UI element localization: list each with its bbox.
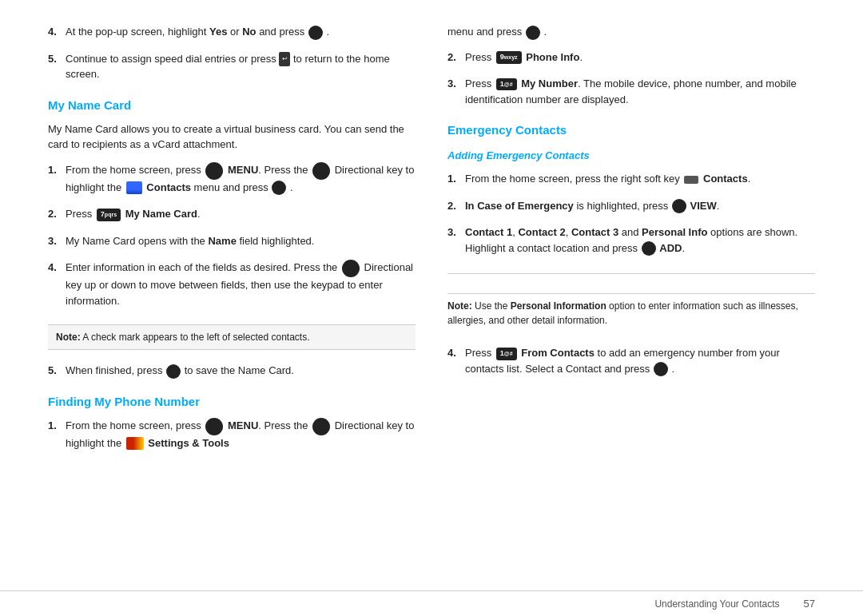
step-num: 5. — [48, 363, 61, 379]
my-number-label: My Number — [521, 77, 578, 89]
settings-label: Settings & Tools — [148, 437, 229, 449]
personal-info-note-label: Personal Information — [511, 300, 606, 312]
step-content: At the pop-up screen, highlight Yes or N… — [66, 24, 416, 40]
step-num: 1. — [447, 171, 460, 187]
step-content: Contact 1, Contact 2, Contact 3 and Pers… — [465, 225, 815, 256]
right-column: menu and press . 2. Press 9wxyz Phone In… — [447, 24, 815, 592]
soft-key-icon — [684, 176, 698, 184]
from-contacts-label: From Contacts — [521, 347, 595, 359]
step-num: 2. — [48, 206, 61, 222]
ok-button-icon — [642, 241, 656, 256]
add-label: ADD — [659, 242, 682, 254]
menu-press-text: menu and press . — [447, 24, 815, 40]
step-num: 4. — [48, 260, 61, 308]
settings-icon — [126, 437, 144, 450]
contact2-label: Contact 2 — [518, 226, 565, 238]
adding-emergency-title: Adding Emergency Contacts — [447, 149, 815, 161]
contact1-label: Contact 1 — [465, 226, 512, 238]
in-case-label: In Case of Emergency — [465, 200, 574, 212]
ok-button-icon — [654, 362, 668, 376]
step-num: 3. — [447, 76, 460, 107]
my-name-card-title: My Name Card — [48, 98, 416, 112]
note-label: Note: — [447, 300, 472, 312]
menu-button-icon — [205, 162, 223, 180]
key-9wxyz: 9wxyz — [496, 51, 522, 64]
page-content: 4. At the pop-up screen, highlight Yes o… — [0, 0, 863, 616]
step-1-mnc: 1. From the home screen, press MENU. Pre… — [48, 162, 416, 196]
step-1-find: 1. From the home screen, press MENU. Pre… — [48, 418, 416, 451]
key-7pqrs: 7pqrs — [97, 209, 121, 221]
step-5-mnc: 5. When finished, press to save the Name… — [48, 363, 416, 379]
menu-label: MENU — [228, 164, 258, 176]
step-content: Press 1@# My Number. The mobile device, … — [465, 76, 815, 107]
key-1at: 1@# — [496, 78, 517, 91]
my-name-card-desc: My Name Card allows you to create a virt… — [48, 121, 416, 153]
personal-info-label: Personal Info — [642, 226, 707, 238]
step-2-mnc: 2. Press 7pqrs My Name Card. — [48, 206, 416, 222]
view-label: VIEW — [690, 200, 717, 212]
ok-button-icon — [166, 364, 181, 379]
ok-button-icon — [526, 26, 540, 40]
dir-button-icon — [342, 260, 360, 277]
emergency-contacts-title: Emergency Contacts — [447, 123, 815, 137]
ok-button-icon — [308, 26, 323, 40]
note-box-ec: Note: Use the Personal Information optio… — [447, 293, 815, 332]
step-3-ec: 3. Contact 1, Contact 2, Contact 3 and P… — [447, 225, 815, 256]
step-3-find: 3. Press 1@# My Number. The mobile devic… — [447, 76, 815, 107]
step-num: 4. — [48, 24, 61, 40]
step-4-ec: 4. Press 1@# From Contacts to add an eme… — [447, 345, 815, 376]
step-num: 4. — [447, 345, 460, 376]
menu-label: MENU — [228, 419, 258, 431]
note-label: Note: — [56, 332, 81, 343]
ok-button-icon — [272, 181, 286, 195]
footer-page: 57 — [804, 598, 815, 610]
dir-button-icon — [312, 162, 330, 180]
step-num: 3. — [48, 233, 61, 249]
step-num: 1. — [48, 418, 61, 451]
step-content: From the home screen, press MENU. Press … — [66, 162, 416, 196]
ok-button-icon — [672, 199, 686, 213]
step-num: 2. — [447, 50, 460, 66]
contacts-label: Contacts — [703, 173, 748, 185]
menu-button-icon — [205, 418, 223, 435]
phone-info-label: Phone Info — [526, 51, 579, 63]
step-num: 5. — [48, 51, 61, 82]
step-content: From the home screen, press MENU. Press … — [66, 418, 416, 451]
step-5-pre: 5. Continue to assign speed dial entries… — [48, 51, 416, 82]
step-4-pre: 4. At the pop-up screen, highlight Yes o… — [48, 24, 416, 40]
bold-no: No — [242, 26, 256, 38]
step-content: When finished, press to save the Name Ca… — [66, 363, 416, 379]
step-num: 1. — [48, 162, 61, 196]
step-4-mnc: 4. Enter information in each of the fiel… — [48, 260, 416, 308]
step-content: In Case of Emergency is highlighted, pre… — [465, 198, 815, 214]
step-3-mnc: 3. My Name Card opens with the Name fiel… — [48, 233, 416, 249]
bold-yes: Yes — [209, 26, 227, 38]
step-num: 3. — [447, 225, 460, 256]
footer-text: Understanding Your Contacts — [654, 598, 779, 610]
step-2-find: 2. Press 9wxyz Phone Info. — [447, 50, 815, 66]
contacts-icon — [126, 181, 142, 194]
name-label: Name — [208, 235, 236, 247]
key-1at-ec: 1@# — [496, 348, 517, 360]
step-2-ec: 2. In Case of Emergency is highlighted, … — [447, 198, 815, 214]
step-content: Continue to assign speed dial entries or… — [66, 51, 416, 82]
footer: Understanding Your Contacts 57 — [0, 590, 863, 616]
step-content: Press 7pqrs My Name Card. — [66, 206, 416, 222]
step-content: My Name Card opens with the Name field h… — [66, 233, 416, 249]
contacts-label: Contacts — [146, 181, 191, 193]
dir-button-icon — [312, 418, 330, 435]
step-num: 2. — [447, 198, 460, 214]
my-name-card-label: My Name Card — [125, 208, 197, 220]
step-content: Press 9wxyz Phone Info. — [465, 50, 815, 66]
step-content: Press 1@# From Contacts to add an emerge… — [465, 345, 815, 376]
note-box-mnc: Note: A check mark appears to the left o… — [48, 324, 416, 350]
key-icon: ↩ — [279, 52, 290, 66]
step-content: From the home screen, press the right so… — [465, 171, 815, 187]
step-1-ec: 1. From the home screen, press the right… — [447, 171, 815, 187]
contact3-label: Contact 3 — [571, 226, 618, 238]
finding-title: Finding My Phone Number — [48, 395, 416, 408]
left-column: 4. At the pop-up screen, highlight Yes o… — [48, 24, 416, 592]
divider — [447, 273, 815, 274]
step-content: Enter information in each of the fields … — [66, 260, 416, 308]
